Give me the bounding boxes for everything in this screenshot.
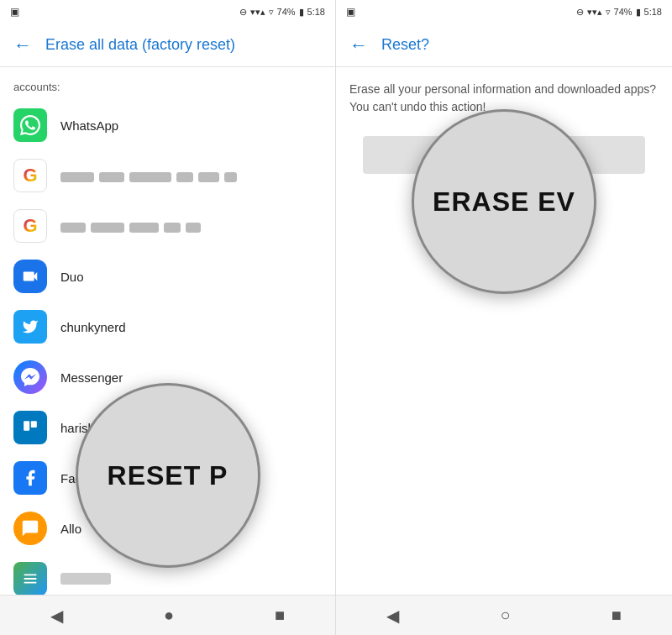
right-page-title: Reset? (381, 36, 429, 54)
google-account-2-blurred (60, 219, 201, 233)
reset-magnify-text: RESET P (108, 460, 228, 491)
google-g-letter-2: G (23, 215, 37, 237)
silent-icon: ⊖ (239, 7, 247, 18)
allo-label: Allo (60, 522, 81, 536)
generic-app-placeholder (60, 573, 111, 585)
google-account-1-blurred (60, 169, 237, 182)
right-recents-nav-button[interactable]: ■ (591, 599, 642, 632)
duo-icon (13, 260, 47, 293)
whatsapp-label: WhatsApp (60, 118, 118, 133)
left-status-bar: ▣ ⊖ ▾▾▴ ▿ 74% ▮ 5:18 (0, 0, 335, 24)
svg-rect-0 (24, 421, 29, 431)
google-g-letter: G (23, 165, 37, 186)
list-item[interactable]: WhatsApp (0, 100, 335, 150)
messenger-label: Messenger (60, 370, 123, 385)
right-status-left-icons: ▣ (346, 6, 355, 18)
right-bottom-nav: ◀ ○ ■ (336, 595, 672, 635)
trello-icon (13, 411, 47, 444)
right-home-nav-button[interactable]: ○ (480, 599, 530, 632)
battery-icon: ▮ (299, 7, 304, 18)
back-nav-button[interactable]: ◀ (30, 599, 83, 632)
recents-nav-button[interactable]: ■ (255, 599, 305, 632)
reset-magnify-circle: RESET P (76, 383, 260, 568)
left-status-left-icons: ▣ (10, 6, 19, 18)
accounts-section-label: accounts: (0, 77, 335, 100)
left-status-right-icons: ⊖ ▾▾▴ ▿ 74% ▮ 5:18 (239, 7, 325, 18)
left-back-button[interactable]: ← (13, 34, 32, 56)
right-wifi-icon: ▿ (606, 7, 611, 18)
right-status-bar: ▣ ⊖ ▾▾▴ ▿ 74% ▮ 5:18 (336, 0, 672, 24)
facebook-icon (13, 461, 47, 495)
signal-icon: ▾▾▴ (250, 7, 265, 18)
google-icon-2: G (13, 209, 47, 243)
left-phone-screen: ▣ ⊖ ▾▾▴ ▿ 74% ▮ 5:18 ← Erase all data (f… (0, 0, 336, 635)
right-time-display: 5:18 (644, 7, 662, 17)
list-item[interactable]: chunkynerd (0, 302, 335, 352)
time-display: 5:18 (307, 7, 325, 17)
right-status-right-icons: ⊖ ▾▾▴ ▿ 74% ▮ 5:18 (576, 7, 662, 18)
left-page-title: Erase all data (factory reset) (45, 36, 235, 54)
list-item[interactable]: Duo (0, 251, 335, 302)
right-back-button[interactable]: ← (349, 34, 368, 56)
svg-rect-1 (31, 421, 37, 428)
list-item[interactable]: G (0, 201, 335, 251)
messenger-icon (13, 360, 47, 394)
right-top-bar: ← Reset? (336, 24, 672, 67)
sim-icon: ▣ (10, 6, 19, 18)
erase-magnify-circle: ERASE EV (412, 109, 596, 294)
right-sim-icon: ▣ (346, 6, 355, 18)
google-icon-1: G (13, 159, 47, 192)
wifi-icon: ▿ (269, 7, 274, 18)
home-nav-button[interactable]: ● (144, 599, 194, 632)
allo-icon (13, 512, 47, 545)
battery-level: 74% (277, 7, 296, 17)
right-phone-screen: ▣ ⊖ ▾▾▴ ▿ 74% ▮ 5:18 ← Reset? Erase all … (336, 0, 672, 635)
duo-label: Duo (60, 270, 84, 284)
right-battery-level: 74% (614, 7, 633, 17)
twitter-icon (13, 310, 47, 344)
right-battery-icon: ▮ (636, 7, 641, 18)
right-back-nav-button[interactable]: ◀ (366, 599, 419, 632)
twitter-label: chunkynerd (60, 320, 126, 334)
left-bottom-nav: ◀ ● ■ (0, 595, 335, 635)
list-item[interactable]: G (0, 150, 335, 201)
whatsapp-icon (13, 108, 47, 142)
right-silent-icon: ⊖ (576, 7, 584, 18)
erase-magnify-text: ERASE EV (433, 186, 575, 218)
left-top-bar: ← Erase all data (factory reset) (0, 24, 335, 67)
generic-app-icon (13, 562, 47, 595)
right-signal-icon: ▾▾▴ (587, 7, 602, 18)
